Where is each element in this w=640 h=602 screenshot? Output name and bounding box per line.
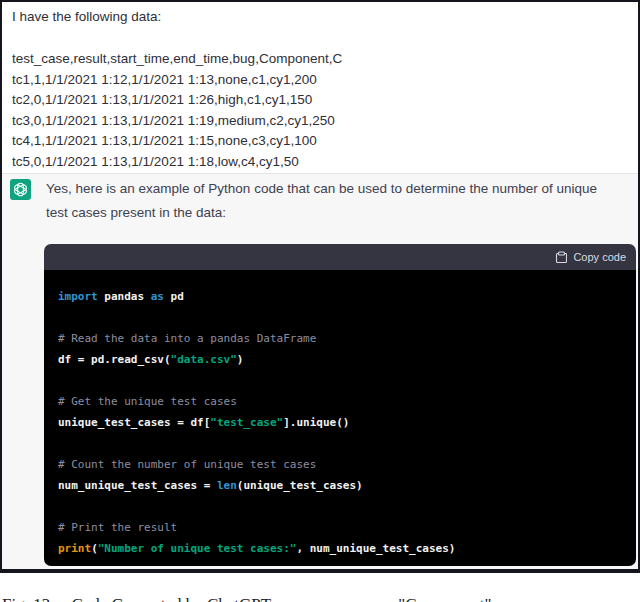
assistant-text-line: test cases present in the data: [46,201,632,225]
code-line [58,433,622,454]
code-line: num_unique_test_cases = len(unique_test_… [58,475,622,496]
code-line [58,370,622,391]
figure-caption: Fig. 13. Code Generated by ChatGPT "Comp… [2,595,640,602]
csv-line: tc1,1,1/1/2021 1:12,1/1/2021 1:13,none,c… [12,70,628,91]
code-line: # Read the data into a pandas DataFrame [58,328,622,349]
user-prompt-text: I have the following data: [12,7,628,27]
code-line: df = pd.read_csv("data.csv") [58,349,622,370]
code-line [58,496,622,517]
csv-line: tc3,0,1/1/2021 1:13,1/1/2021 1:19,medium… [12,111,628,132]
assistant-message: Yes, here is an example of Python code t… [2,173,638,569]
code-line: print("Number of unique test cases:", nu… [58,538,622,559]
code-line: # Print the result [58,517,622,538]
chatgpt-avatar [10,179,31,200]
code-line [58,307,622,328]
code-line: import pandas as pd [58,286,622,307]
code-content: import pandas as pd # Read the data into… [44,270,636,566]
copy-code-label: Copy code [573,251,626,263]
code-block: Copy code import pandas as pd # Read the… [44,244,636,566]
copy-code-button[interactable]: Copy code [555,251,626,264]
csv-line: tc2,0,1/1/2021 1:13,1/1/2021 1:26,high,c… [12,90,628,111]
user-message: I have the following data: test_case,res… [2,2,638,172]
code-block-header: Copy code [44,244,636,270]
csv-line: test_case,result,start_time,end_time,bug… [12,49,628,70]
assistant-text-line: Yes, here is an example of Python code t… [46,177,632,201]
csv-line: tc4,1,1/1/2021 1:13,1/1/2021 1:15,none,c… [12,131,628,152]
code-line: unique_test_cases = df["test_case"].uniq… [58,412,622,433]
assistant-text: Yes, here is an example of Python code t… [46,177,632,225]
csv-data: test_case,result,start_time,end_time,bug… [12,49,628,172]
code-line: # Count the number of unique test cases [58,454,622,475]
csv-line: tc5,0,1/1/2021 1:13,1/1/2021 1:18,low,c4… [12,152,628,173]
openai-logo-icon [13,182,28,197]
code-line: # Get the unique test cases [58,391,622,412]
chat-screenshot-frame: I have the following data: test_case,res… [0,0,640,573]
clipboard-icon [555,251,567,264]
